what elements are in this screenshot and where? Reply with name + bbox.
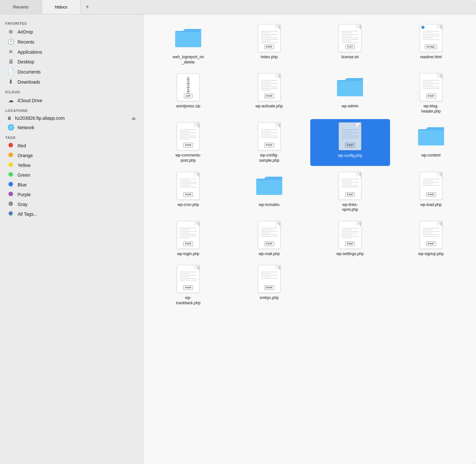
sidebar-section-icloud: iCloud: [0, 87, 143, 95]
icloud-icon: ☁: [7, 97, 14, 104]
sidebar-section-favorites: Favorites: [0, 18, 143, 27]
file-item-wp-load[interactable]: PHP wp-load.php: [391, 169, 471, 215]
file-icon-php: PHP: [255, 23, 284, 53]
file-icon-php3: PHP: [416, 73, 446, 102]
applications-icon: ✕: [7, 48, 14, 55]
svg-rect-1: [175, 32, 201, 47]
file-icon-php4: PHP: [174, 122, 203, 151]
sidebar-item-network[interactable]: 🌐 Network: [2, 122, 141, 132]
tag-blue-dot: [7, 182, 14, 188]
file-icon-php9: PHP: [416, 171, 446, 200]
tab-recents[interactable]: Recents: [0, 0, 42, 14]
file-icon-folder-content: [416, 122, 446, 151]
sidebar-item-tag-yellow[interactable]: Yellow: [2, 160, 141, 170]
sidebar-item-tag-blue[interactable]: Blue: [2, 180, 141, 190]
sidebar-item-desktop[interactable]: 🖥 Desktop: [2, 57, 141, 67]
file-grid: ewh_logreport_no_delete: [148, 21, 471, 308]
file-item-wp-signup[interactable]: PHP wp-signup.php: [391, 218, 471, 259]
file-item-wp-trackback[interactable]: PHP wp-trackback.php: [148, 262, 228, 308]
file-icon-php10: PHP: [174, 220, 203, 250]
file-icon-php5: PHP: [255, 122, 284, 151]
file-item-wp-settings[interactable]: PHP wp-settings.php: [310, 218, 390, 259]
file-item-wp-comments-post[interactable]: PHP wp-comments-post.php: [148, 119, 228, 166]
downloads-icon: ⬇: [7, 78, 14, 85]
sidebar-item-tag-green[interactable]: Green: [2, 170, 141, 180]
file-icon-folder-includes: [255, 171, 284, 200]
documents-icon: 📄: [7, 68, 14, 75]
file-icon-folder: [174, 23, 203, 53]
sidebar-section-tags: Tags: [0, 132, 143, 141]
file-icon-php7: PHP: [174, 171, 203, 200]
file-item-readme-html[interactable]: HTML readme.html: [391, 21, 471, 67]
file-item-xmlrpc[interactable]: PHP xmlrpc.php: [230, 262, 309, 308]
sidebar-item-downloads[interactable]: ⬇ Downloads: [2, 77, 141, 87]
file-item-wp-links-opml[interactable]: PHP wp-links-opml.php: [310, 169, 390, 215]
file-item-license-txt[interactable]: TXT license.txt: [310, 21, 390, 67]
file-item-wp-config-sample[interactable]: PHP wp-config-sample.php: [230, 119, 309, 166]
svg-rect-7: [256, 180, 282, 195]
file-item-ewh-logreport[interactable]: ewh_logreport_no_delete: [148, 21, 228, 67]
file-item-index-php[interactable]: PHP index.php: [230, 21, 309, 67]
tag-purple-dot: [7, 191, 14, 198]
file-item-wp-admin[interactable]: wp-admin: [310, 70, 390, 116]
tab-htdocs[interactable]: htdocs: [42, 0, 81, 14]
file-icon-txt: TXT: [335, 23, 365, 53]
file-icon-php14: PHP: [174, 264, 203, 293]
desktop-icon: 🖥: [7, 59, 14, 65]
file-item-wp-login[interactable]: PHP wp-login.php: [148, 218, 228, 259]
sidebar-item-server[interactable]: 🖥 hz203826.ftp.aliapp.com ⏏: [2, 114, 141, 122]
sidebar-item-airdrop[interactable]: ⊕ AirDrop: [2, 27, 141, 37]
sidebar-item-tag-red[interactable]: Red: [2, 141, 141, 151]
sidebar-section-locations: Locations: [0, 105, 143, 114]
tab-add-button[interactable]: +: [82, 2, 92, 12]
folder-svg: [174, 26, 203, 50]
file-icon-php6: PHP: [335, 122, 365, 151]
file-icon-php8: PHP: [335, 171, 365, 200]
sidebar-item-icloud-drive[interactable]: ☁ iCloud Drive: [2, 95, 141, 105]
sidebar-item-recents[interactable]: 🕐 Recents: [2, 37, 141, 47]
file-item-wp-activate[interactable]: PHP wp-activate.php: [230, 70, 309, 116]
network-icon: 🌐: [7, 124, 14, 131]
sidebar-item-tag-gray[interactable]: Gray: [2, 199, 141, 209]
sidebar-item-documents[interactable]: 📄 Documents: [2, 67, 141, 77]
recents-icon: 🕐: [7, 38, 14, 45]
tag-red-dot: [7, 143, 14, 149]
file-item-wp-content[interactable]: wp-content: [391, 119, 471, 166]
svg-rect-3: [337, 81, 363, 96]
file-item-wordpress-zip[interactable]: ZIP wordpress.zip: [148, 70, 228, 116]
file-icon-php11: PHP: [255, 220, 284, 250]
title-bar: Recents htdocs +: [0, 0, 476, 14]
server-icon: 🖥: [7, 116, 12, 121]
file-icon-folder-admin: [335, 73, 365, 102]
eject-icon[interactable]: ⏏: [132, 116, 136, 121]
svg-rect-5: [418, 130, 444, 145]
file-item-wp-mail[interactable]: PHP wp-mail.php: [230, 218, 309, 259]
file-icon-php2: PHP: [255, 73, 284, 102]
file-icon-php15: PHP: [255, 264, 284, 293]
file-icon-zip: ZIP: [174, 73, 203, 102]
file-item-wp-includes[interactable]: wp-includes: [230, 169, 309, 215]
sidebar-item-tag-purple[interactable]: Purple: [2, 190, 141, 199]
tag-gray-dot: [7, 201, 14, 208]
file-item-wp-blog-header[interactable]: PHP wp-blog-header.php: [391, 70, 471, 116]
tag-all-icon: [7, 211, 14, 217]
file-view: ewh_logreport_no_delete: [143, 14, 476, 464]
file-item-wp-config[interactable]: PHP wp-config.php: [310, 119, 390, 166]
airdrop-icon: ⊕: [7, 28, 14, 35]
content-area: Favorites ⊕ AirDrop 🕐 Recents ✕ Applicat…: [0, 14, 476, 464]
tag-yellow-dot: [7, 162, 14, 169]
file-icon-php13: PHP: [416, 220, 446, 250]
tag-green-dot: [7, 172, 14, 178]
file-item-wp-cron[interactable]: PHP wp-cron.php: [148, 169, 228, 215]
finder-window: Recents htdocs + Favorites ⊕ AirDrop 🕐 R…: [0, 0, 476, 464]
sidebar: Favorites ⊕ AirDrop 🕐 Recents ✕ Applicat…: [0, 14, 143, 464]
sidebar-item-tag-all[interactable]: All Tags...: [2, 209, 141, 219]
sidebar-item-tag-orange[interactable]: Orange: [2, 151, 141, 160]
sidebar-item-applications[interactable]: ✕ Applications: [2, 47, 141, 57]
file-icon-html: HTML: [416, 23, 446, 53]
tag-orange-dot: [7, 152, 14, 159]
file-icon-php12: PHP: [335, 220, 365, 250]
